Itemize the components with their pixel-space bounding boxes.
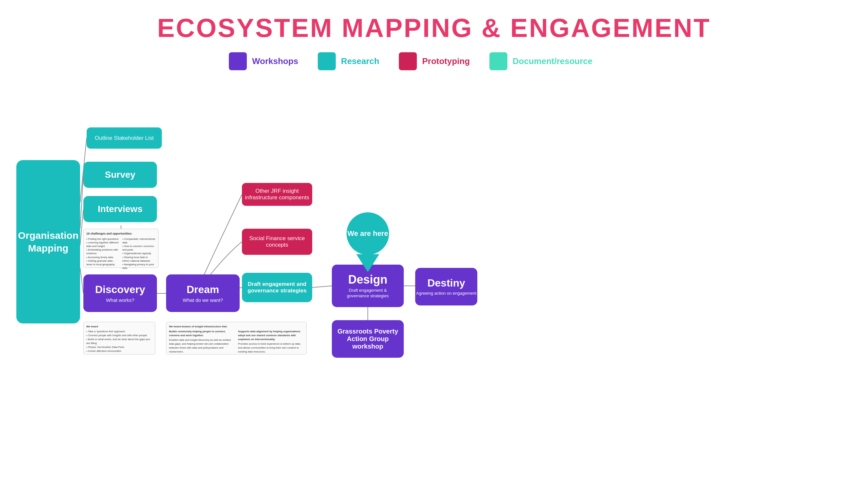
line-dream-otherjrf: [203, 194, 242, 278]
doc2-col1: Builds community helping people to conne…: [169, 330, 235, 354]
workshops-icon: [229, 52, 247, 70]
page-title: Ecosystem Mapping & Engagement: [0, 0, 868, 43]
workshops-label: Workshops: [252, 56, 298, 66]
discovery-box: Discovery What works?: [84, 274, 157, 312]
grassroots-box: Grassroots Poverty Action Group workshop: [332, 320, 404, 358]
challenges-col1: • Finding the right questions • Learning…: [86, 237, 120, 270]
pin-circle: We are here: [347, 212, 389, 255]
outline-stakeholder-box: Outline Stakeholder List: [87, 127, 162, 149]
doc-box-dreams: We heard dreams of Insight Infrastructur…: [166, 322, 307, 354]
design-sub-label: Draft engagement & governance strategies: [347, 288, 389, 299]
interviews-label: Interviews: [98, 204, 143, 214]
survey-box: Survey: [84, 162, 157, 188]
legend-document: Document/resource: [489, 52, 592, 70]
challenges-col2: • Comparable, intersectional data • How …: [122, 237, 156, 270]
dream-label: Dream: [187, 284, 219, 296]
legend-prototyping: Prototyping: [399, 52, 470, 70]
destiny-label: Destiny: [427, 277, 465, 289]
document-label: Document/resource: [513, 56, 592, 66]
destiny-box: Destiny Agreeing action on engagement: [415, 268, 477, 305]
org-mapping-label: Organisation Mapping: [18, 229, 78, 254]
dream-box: Dream What do we want?: [166, 274, 240, 312]
social-finance-box: Social Finance service concepts: [242, 229, 312, 255]
interviews-box: Interviews: [84, 196, 157, 222]
research-icon: [318, 52, 336, 70]
discovery-label: Discovery: [95, 284, 145, 296]
doc2-col2-head: Supports data alignment by helping organ…: [238, 330, 304, 341]
doc1-title: We heard: [86, 325, 153, 329]
we-are-here-label: We are here: [348, 229, 388, 238]
org-mapping-box: Organisation Mapping: [16, 160, 80, 323]
line-draft-design: [312, 286, 332, 288]
legend-workshops: Workshops: [229, 52, 298, 70]
draft-engagement-label: Draft engagement and governance strategi…: [244, 281, 310, 294]
doc2-col1-head: Builds community helping people to conne…: [169, 330, 235, 338]
design-label: Design: [348, 273, 388, 287]
research-label: Research: [341, 56, 379, 66]
we-are-here-pin: We are here: [343, 212, 392, 272]
line-org-interviews: [80, 209, 84, 245]
doc-box-heard: We heard • Take a 'questions first' appr…: [84, 322, 155, 354]
social-finance-label: Social Finance service concepts: [244, 235, 310, 248]
doc2-content: Builds community helping people to conne…: [169, 330, 304, 354]
destiny-sub-label: Agreeing action on engagement: [416, 291, 476, 296]
grassroots-label: Grassroots Poverty Action Group workshop: [335, 328, 400, 350]
pin-tail: [356, 254, 379, 272]
doc1-content: • Take a 'questions first' approach • Co…: [86, 330, 153, 353]
survey-label: Survey: [105, 170, 135, 180]
doc2-col2-body: Provides access to lived experience & bo…: [238, 342, 304, 354]
legend-research: Research: [318, 52, 379, 70]
doc2-col1-body: Enables data and insight discovery as we…: [169, 338, 235, 354]
discovery-sub-label: What works?: [106, 297, 134, 303]
challenges-notes: 19 challenges and opportunities: • Findi…: [84, 229, 159, 268]
line-org-discovery: [80, 268, 84, 293]
prototyping-icon: [399, 52, 417, 70]
prototyping-label: Prototyping: [422, 56, 470, 66]
line-org-survey: [80, 175, 84, 229]
diagram: Organisation Mapping Outline Stakeholder…: [0, 88, 868, 480]
doc2-title: We heard dreams of Insight Infrastructur…: [169, 325, 304, 329]
document-icon: [489, 52, 508, 70]
outline-stakeholder-label: Outline Stakeholder List: [95, 135, 154, 142]
dream-sub-label: What do we want?: [183, 297, 223, 303]
doc2-col2: Supports data alignment by helping organ…: [238, 330, 304, 354]
legend: Workshops Research Prototyping Document/…: [229, 52, 592, 70]
other-jrf-box: Other JRF insight infrastructure compone…: [242, 183, 312, 206]
challenges-title: 19 challenges and opportunities:: [86, 231, 156, 236]
draft-engagement-box: Draft engagement and governance strategi…: [242, 273, 312, 302]
other-jrf-label: Other JRF insight infrastructure compone…: [244, 188, 310, 201]
